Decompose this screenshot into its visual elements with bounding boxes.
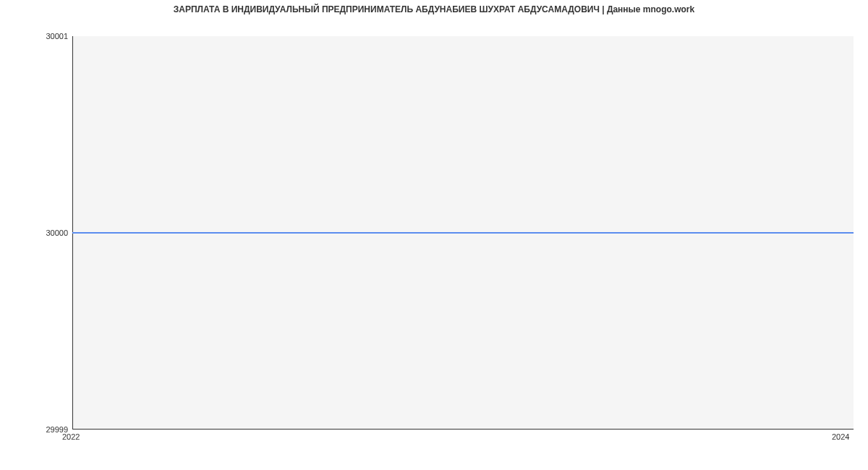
salary-chart: ЗАРПЛАТА В ИНДИВИДУАЛЬНЫЙ ПРЕДПРИНИМАТЕЛ… xyxy=(0,0,868,470)
y-tick-mid: 30000 xyxy=(3,228,68,237)
y-tick-max: 30001 xyxy=(3,32,68,40)
x-tick-start: 2022 xyxy=(62,432,80,441)
chart-title: ЗАРПЛАТА В ИНДИВИДУАЛЬНЫЙ ПРЕДПРИНИМАТЕЛ… xyxy=(0,4,868,14)
series-line xyxy=(72,232,854,234)
y-tick-min: 29999 xyxy=(3,425,68,434)
x-tick-end: 2024 xyxy=(832,432,849,441)
